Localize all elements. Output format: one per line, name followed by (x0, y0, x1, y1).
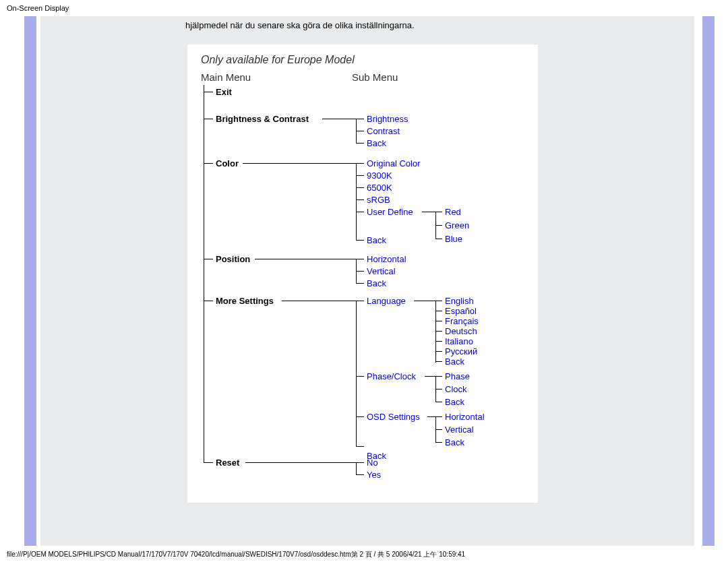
lang-espanol: Español (445, 306, 477, 316)
pc-clock: Clock (445, 384, 467, 394)
osd-tree-diagram: Only available for Europe Model Main Men… (187, 44, 538, 503)
tree-connector (356, 119, 364, 119)
color-6500k: 6500K (367, 183, 392, 193)
tree-connector (435, 301, 436, 363)
tree-connector (435, 389, 442, 389)
osd-horizontal: Horizontal (445, 412, 485, 422)
lang-francais: Français (445, 316, 479, 326)
tree-connector (356, 259, 364, 259)
pos-back: Back (367, 278, 386, 288)
pos-horizontal: Horizontal (367, 254, 406, 264)
tree-connector (356, 175, 364, 176)
tree-connector (204, 119, 213, 119)
tree-connector (356, 283, 364, 284)
tree-connector (282, 301, 356, 301)
tree-connector (435, 225, 442, 226)
tree-connector (204, 301, 213, 301)
color-back: Back (367, 235, 386, 245)
footer-path: file:///P|/OEM MODELS/PHILIPS/CD Manual/… (7, 550, 465, 559)
tree-connector (435, 429, 442, 430)
reset-no: No (367, 458, 378, 468)
osd-back: Back (445, 437, 464, 447)
tree-connector (204, 92, 213, 92)
tree-connector (435, 442, 442, 443)
bc-brightness: Brightness (367, 114, 408, 124)
tree-connector (356, 212, 364, 212)
tree-connector (356, 271, 364, 272)
tree-connector (356, 143, 364, 144)
tree-connector (435, 301, 442, 301)
lang-english: English (445, 296, 474, 306)
tree-connector (435, 416, 442, 417)
tree-connector (435, 351, 442, 352)
userdef-green: Green (445, 220, 469, 230)
tree-connector (322, 119, 356, 119)
tree-connector (356, 446, 364, 447)
left-margin-bar (24, 16, 36, 546)
lang-deutsch: Deutsch (445, 326, 477, 336)
userdef-blue: Blue (445, 234, 462, 244)
tree-connector (356, 240, 364, 241)
tree-connector (356, 462, 364, 463)
column-header-main: Main Menu (201, 71, 251, 83)
tree-connector (243, 163, 356, 164)
column-header-sub: Sub Menu (352, 71, 398, 83)
tree-spine (204, 85, 204, 462)
mm-reset: Reset (216, 458, 239, 468)
bc-contrast: Contrast (367, 126, 400, 136)
tree-connector (245, 462, 356, 463)
tree-connector (422, 212, 435, 212)
right-margin-bar (702, 16, 715, 546)
mm-position: Position (216, 254, 250, 264)
reset-yes: Yes (367, 470, 381, 480)
tree-connector (356, 163, 364, 164)
tree-connector (435, 212, 442, 212)
tree-connector (356, 462, 357, 474)
mm-brightness-contrast: Brightness & Contrast (216, 114, 309, 124)
tree-connector (356, 301, 364, 301)
page-title: On-Screen Display (7, 4, 69, 12)
tree-connector (435, 311, 442, 311)
tree-connector (435, 321, 442, 321)
lang-italiano: Italiano (445, 336, 473, 346)
intro-text: hjälpmedel när du senare ska göra de oli… (185, 20, 415, 30)
tree-connector (435, 239, 442, 239)
pc-back: Back (445, 397, 464, 407)
tree-connector (435, 341, 442, 342)
tree-connector (356, 199, 364, 200)
color-userdef: User Define (367, 207, 413, 217)
tree-connector (435, 331, 442, 332)
more-osdsettings: OSD Settings (367, 412, 420, 422)
tree-connector (414, 301, 435, 301)
tree-connector (356, 416, 364, 417)
mm-more-settings: More Settings (216, 296, 274, 306)
bc-back: Back (367, 138, 386, 148)
tree-connector (356, 187, 364, 188)
tree-connector (427, 416, 435, 417)
lang-russkiy: Русский (445, 346, 477, 356)
pos-vertical: Vertical (367, 266, 396, 276)
osd-vertical: Vertical (445, 425, 474, 435)
color-original: Original Color (367, 158, 420, 168)
tree-connector (204, 163, 213, 164)
tree-connector (425, 376, 435, 377)
userdef-red: Red (445, 207, 461, 217)
mm-color: Color (216, 158, 239, 168)
more-language: Language (367, 296, 406, 306)
mm-exit: Exit (216, 87, 232, 97)
tree-connector (435, 376, 442, 377)
lang-back: Back (445, 356, 464, 367)
tree-connector (435, 402, 442, 402)
tree-connector (356, 376, 364, 377)
tree-connector (204, 259, 213, 259)
color-srgb: sRGB (367, 195, 390, 205)
pc-phase: Phase (445, 371, 470, 381)
tree-connector (356, 474, 364, 475)
more-phaseclock: Phase/Clock (367, 371, 416, 381)
tree-connector (435, 361, 442, 362)
tree-connector (255, 259, 356, 259)
tree-connector (356, 301, 357, 446)
diagram-note: Only available for Europe Model (201, 54, 355, 66)
tree-connector (356, 131, 364, 131)
tree-connector (204, 462, 213, 463)
